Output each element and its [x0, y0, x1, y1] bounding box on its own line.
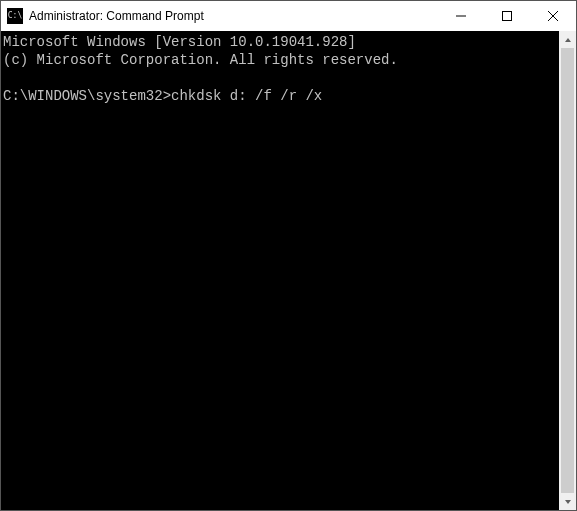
scroll-up-arrow-icon[interactable]	[559, 31, 576, 48]
cmd-icon: C:\	[7, 8, 23, 24]
scrollbar-thumb[interactable]	[561, 48, 574, 493]
vertical-scrollbar[interactable]	[559, 31, 576, 510]
client-area: Microsoft Windows [Version 10.0.19041.92…	[1, 31, 576, 510]
prompt-path: C:\WINDOWS\system32>	[3, 88, 171, 104]
output-line: Microsoft Windows [Version 10.0.19041.92…	[3, 34, 356, 50]
output-line: (c) Microsoft Corporation. All rights re…	[3, 52, 398, 68]
svg-line-2	[548, 11, 558, 21]
minimize-button[interactable]	[438, 1, 484, 31]
scroll-down-arrow-icon[interactable]	[559, 493, 576, 510]
window-title: Administrator: Command Prompt	[29, 9, 204, 23]
svg-marker-4	[565, 38, 571, 42]
cmd-icon-label: C:\	[8, 12, 22, 20]
svg-marker-5	[565, 500, 571, 504]
svg-rect-1	[503, 12, 512, 21]
svg-line-3	[548, 11, 558, 21]
maximize-button[interactable]	[484, 1, 530, 31]
titlebar[interactable]: C:\ Administrator: Command Prompt	[1, 1, 576, 31]
typed-command: chkdsk d: /f /r /x	[171, 88, 322, 104]
terminal-output[interactable]: Microsoft Windows [Version 10.0.19041.92…	[1, 31, 559, 510]
window-controls	[438, 1, 576, 31]
close-button[interactable]	[530, 1, 576, 31]
window-frame: C:\ Administrator: Command Prompt Micros…	[0, 0, 577, 511]
prompt-line: C:\WINDOWS\system32>chkdsk d: /f /r /x	[3, 88, 322, 104]
